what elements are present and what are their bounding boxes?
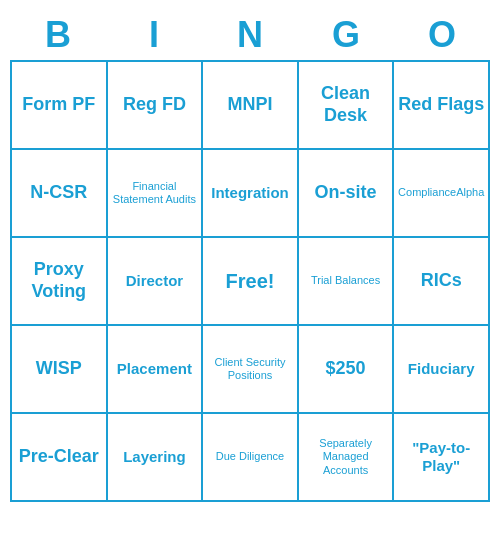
bingo-cell-4[interactable]: Red Flags [394,62,490,150]
bingo-cell-18[interactable]: $250 [299,326,395,414]
bingo-cell-9[interactable]: ComplianceAlpha [394,150,490,238]
bingo-cell-15[interactable]: WISP [12,326,108,414]
bingo-cell-16[interactable]: Placement [108,326,204,414]
bingo-cell-14[interactable]: RICs [394,238,490,326]
bingo-cell-3[interactable]: Clean Desk [299,62,395,150]
bingo-cell-12[interactable]: Free! [203,238,299,326]
bingo-cell-22[interactable]: Due Diligence [203,414,299,502]
bingo-cell-21[interactable]: Layering [108,414,204,502]
bingo-cell-24[interactable]: "Pay-to-Play" [394,414,490,502]
bingo-cell-8[interactable]: On-site [299,150,395,238]
bingo-cell-13[interactable]: Trial Balances [299,238,395,326]
header-i: I [106,10,202,60]
bingo-cell-0[interactable]: Form PF [12,62,108,150]
bingo-cell-7[interactable]: Integration [203,150,299,238]
header-o: O [394,10,490,60]
bingo-container: B I N G O Form PFReg FDMNPIClean DeskRed… [10,10,490,502]
bingo-grid: Form PFReg FDMNPIClean DeskRed FlagsN-CS… [10,60,490,502]
bingo-header: B I N G O [10,10,490,60]
header-g: G [298,10,394,60]
bingo-cell-23[interactable]: Separately Managed Accounts [299,414,395,502]
bingo-cell-17[interactable]: Client Security Positions [203,326,299,414]
bingo-cell-5[interactable]: N-CSR [12,150,108,238]
bingo-cell-20[interactable]: Pre-Clear [12,414,108,502]
bingo-cell-19[interactable]: Fiduciary [394,326,490,414]
bingo-cell-10[interactable]: Proxy Voting [12,238,108,326]
bingo-cell-6[interactable]: Financial Statement Audits [108,150,204,238]
bingo-cell-1[interactable]: Reg FD [108,62,204,150]
header-n: N [202,10,298,60]
header-b: B [10,10,106,60]
bingo-cell-2[interactable]: MNPI [203,62,299,150]
bingo-cell-11[interactable]: Director [108,238,204,326]
